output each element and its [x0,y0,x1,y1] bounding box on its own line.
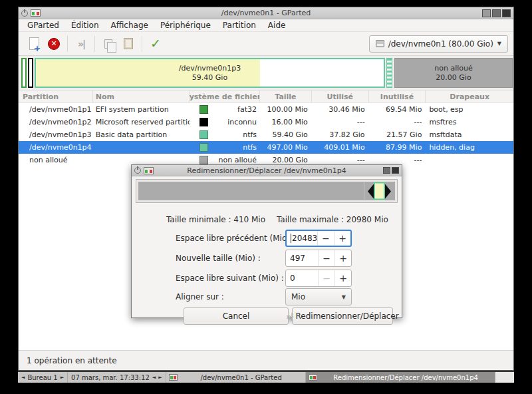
header-inutilise[interactable]: Inutilisé [369,91,426,102]
menu-partition[interactable]: Partition [217,19,262,32]
copy-button[interactable] [98,35,118,53]
header-partition[interactable]: Partition [19,91,93,102]
menu-edition[interactable]: Édition [65,19,105,32]
minus-button[interactable]: − [317,231,334,246]
partition-size: 497.00 Mio [260,143,312,152]
clock-text: 07 mars, mar. 17:33:12 [71,374,150,381]
partition-size: 20.00 Gio [260,156,312,164]
apply-check-icon: ✓ [150,37,161,50]
fs-color-swatch [200,156,208,164]
header-drapeaux[interactable]: Drapeaux [426,91,513,102]
free-space-before-spinner[interactable]: 20483 − + [285,230,352,247]
minus-button[interactable]: − [318,250,334,266]
drive-icon [376,40,384,47]
fs-type: ntfs [243,130,260,139]
dialog-maximize-button[interactable] [383,167,390,174]
toolbar: ✕ »| ✓ /dev/nvme0n1 (80.00 Gio) ▼ [19,32,513,56]
clock-prev-icon[interactable]: ◄ [152,375,156,380]
menu-affichage[interactable]: Affichage [105,19,154,32]
workspace-pager[interactable]: ◄ Bureau 1 ► [18,372,68,383]
table-row[interactable]: /dev/nvme0n1p1 EFI system partition fat3… [19,103,513,116]
copy-icon [104,39,112,49]
disk-bar-partition-p3[interactable]: /dev/nvme0n1p3 59.40 Gio [35,58,385,88]
free-space-after-spinner[interactable]: 0 − + [285,270,352,287]
partition-path: /dev/nvme0n1p1 [29,105,92,114]
gparted-app-icon [31,9,41,17]
close-button[interactable] [502,9,511,17]
device-selector[interactable]: /dev/nvme0n1 (80.00 Gio) ▼ [369,35,508,53]
partition-unused: --- [369,156,426,164]
minimize-button[interactable] [482,9,491,17]
device-selector-value: /dev/nvme0n1 (80.00 Gio) [388,39,493,49]
disk-bar-partition-p1[interactable] [21,58,27,88]
header-systeme-fichiers[interactable]: Système de fichiers [190,91,260,102]
free-space-after-label: Espace libre suivant (Mio) : [176,274,284,283]
resize-track[interactable] [138,182,395,200]
partition-size: 59.40 Gio [260,130,312,139]
toolbar-separator [94,36,95,52]
free-space-before-value[interactable]: 20483 [287,234,317,243]
clock: 07 mars, mar. 17:33:12 ◄ ► [68,372,166,383]
partition-path: /dev/nvme0n1p4 [29,143,92,152]
delete-partition-button[interactable]: ✕ [44,35,64,53]
align-to-value: Mio [291,292,305,301]
disk-bar-unallocated-label: non alloué [434,64,473,73]
clock-next-icon[interactable]: ► [158,375,162,380]
plus-button[interactable]: + [334,270,351,286]
taskbar-task-resize-dialog-active[interactable]: Redimensionner/Déplacer /dev/nvme0n1p4 [306,372,495,383]
delete-icon: ✕ [48,38,60,50]
menu-peripherique[interactable]: Périphérique [154,19,217,32]
new-size-spinner[interactable]: 497 − + [285,250,352,267]
taskbar-task-gparted[interactable]: /dev/nvme0n1 - GParted [166,372,306,383]
resize-slider-widget [136,179,398,203]
new-partition-icon [29,37,39,50]
resize-move-button[interactable]: »| [71,35,91,53]
free-space-after-value[interactable]: 0 [286,274,318,283]
partition-unused: 69.54 Mio [369,105,426,114]
header-utilise[interactable]: Utilisé [312,91,369,102]
min-size-label: Taille minimale : 410 Mio [166,215,265,224]
maximize-button[interactable] [492,9,501,17]
fs-type: ntfs [243,143,260,152]
paste-button[interactable] [118,35,138,53]
table-row[interactable]: /dev/nvme0n1p3 Basic data partition ntfs… [19,128,513,141]
header-nom[interactable]: Nom [93,91,190,102]
resize-handle-left[interactable] [368,184,374,198]
partition-unused: 21.57 Gio [369,130,426,139]
disk-bar-unallocated-size: 20.00 Gio [434,73,473,83]
partition-path: /dev/nvme0n1p3 [29,130,92,139]
plus-button[interactable]: + [334,231,350,246]
menu-gparted[interactable]: GParted [21,19,65,32]
partition-thumb[interactable] [374,182,385,200]
gparted-app-icon [309,374,317,381]
gparted-app-icon [169,374,178,381]
align-to-dropdown[interactable]: Mio ▼ [285,288,352,305]
new-partition-button[interactable] [24,35,44,53]
partition-path: /dev/nvme0n1p2 [29,118,92,126]
disk-bar-unallocated[interactable]: non alloué 20.00 Gio [394,58,513,88]
workspace-next-icon[interactable]: ► [61,375,64,380]
table-row-selected[interactable]: /dev/nvme0n1p4 ntfs 497.00 Mio 409.01 Mi… [19,141,513,154]
new-size-value[interactable]: 497 [286,254,318,263]
resize-move-apply-button[interactable]: »| Redimensionner/Déplacer [292,307,393,325]
min-size-marker [364,182,364,200]
workspace-prev-icon[interactable]: ◄ [21,375,25,380]
menu-aide[interactable]: Aide [262,19,292,32]
table-row[interactable]: /dev/nvme0n1p2⚠ Microsoft reserved parti… [19,116,513,128]
partition-name: Basic data partition [93,130,190,139]
disk-bar-partition-p2[interactable] [28,58,33,88]
partition-flags: msftdata [426,130,513,139]
fs-color-swatch [200,143,208,152]
workspace-label: Bureau 1 [27,374,57,381]
cancel-button[interactable]: Cancel [184,307,289,325]
resize-handle-right[interactable] [385,184,391,198]
plus-button[interactable]: + [334,250,351,266]
dialog-close-button[interactable] [392,167,399,174]
header-taille[interactable]: Taille [260,91,312,102]
taskbar-grip [495,372,514,383]
apply-operations-button[interactable]: ✓ [146,35,166,53]
window-title: /dev/nvme0n1 - GParted [19,9,513,17]
partition-name: Microsoft reserved partition [93,118,190,126]
disk-bar-partition-p4-selected[interactable] [386,58,392,88]
fs-type: non alloué [219,156,261,164]
